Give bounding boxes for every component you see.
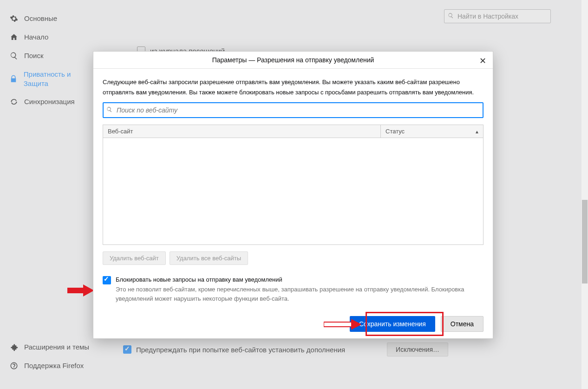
table-header: Веб-сайт Статус ▲ [103, 125, 483, 138]
dialog-header: Параметры — Разрешения на отправку уведо… [93, 52, 493, 69]
vertical-scrollbar[interactable] [581, 0, 588, 389]
website-search [103, 102, 483, 118]
sort-icon: ▲ [475, 129, 479, 134]
block-new-label: Блокировать новые запросы на отправку ва… [116, 276, 483, 283]
close-icon: ✕ [479, 56, 486, 66]
annotation-arrow-1 [67, 284, 93, 298]
block-new-description: Это не позволит веб-сайтам, кроме перечи… [116, 285, 483, 303]
close-button[interactable]: ✕ [477, 55, 488, 66]
remove-site-button: Удалить веб-сайт [103, 251, 166, 265]
table-body [103, 138, 483, 245]
block-new-checkbox[interactable] [103, 276, 111, 284]
scrollbar-thumb[interactable] [582, 200, 588, 284]
remove-all-sites-button: Удалить все веб-сайты [170, 251, 248, 265]
dialog-description: Следующие веб-сайты запросили разрешение… [103, 77, 483, 98]
dialog-title: Параметры — Разрешения на отправку уведо… [212, 56, 374, 64]
permissions-dialog: Параметры — Разрешения на отправку уведо… [93, 51, 493, 339]
website-search-input[interactable] [103, 102, 483, 118]
annotation-arrow-2 [324, 319, 361, 330]
save-button[interactable]: Сохранить изменения [350, 316, 435, 332]
cancel-button[interactable]: Отмена [441, 316, 483, 332]
search-icon [106, 106, 112, 114]
th-status[interactable]: Статус ▲ [381, 125, 483, 138]
svg-rect-0 [324, 322, 352, 327]
th-website[interactable]: Веб-сайт [103, 125, 381, 138]
